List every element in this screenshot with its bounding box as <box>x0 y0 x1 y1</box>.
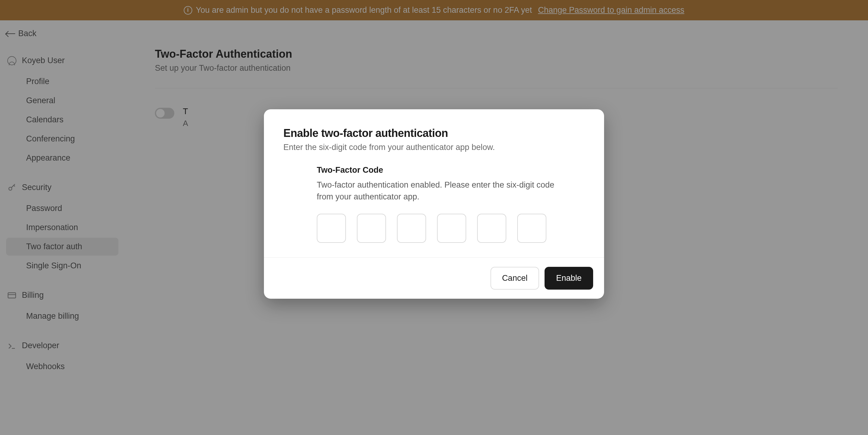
enable-button[interactable]: Enable <box>545 267 593 290</box>
code-digit-1[interactable] <box>317 214 346 243</box>
cancel-button[interactable]: Cancel <box>491 267 539 290</box>
modal-overlay[interactable]: Enable two-factor authentication Enter t… <box>0 0 868 435</box>
code-digit-6[interactable] <box>517 214 546 243</box>
code-input-group <box>317 214 566 243</box>
enable-2fa-modal: Enable two-factor authentication Enter t… <box>264 109 604 299</box>
modal-footer: Cancel Enable <box>264 258 604 299</box>
code-digit-2[interactable] <box>357 214 386 243</box>
code-field-desc: Two-factor authentication enabled. Pleas… <box>317 179 566 203</box>
code-field-label: Two-Factor Code <box>317 165 566 175</box>
modal-subtitle: Enter the six-digit code from your authe… <box>283 143 585 152</box>
code-digit-4[interactable] <box>437 214 466 243</box>
modal-title: Enable two-factor authentication <box>283 127 585 140</box>
code-digit-3[interactable] <box>397 214 426 243</box>
code-digit-5[interactable] <box>477 214 506 243</box>
